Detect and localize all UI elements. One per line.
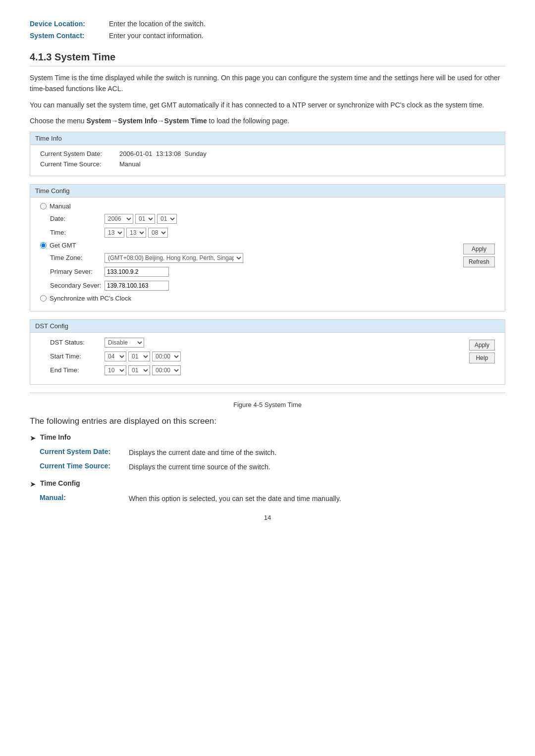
date-row: Date: 200620072008 01020304 05060708 091… <box>40 214 495 224</box>
end-mo-select[interactable]: 10010611 <box>105 365 126 375</box>
current-source-row: Current Time Source: Manual <box>40 160 495 168</box>
divider <box>30 393 505 393</box>
menu-bold: System→System Info→System Time <box>86 117 207 125</box>
gmt-button-col: Apply Refresh <box>463 242 495 267</box>
current-date-value: 2006-01-01 <box>119 150 153 157</box>
time-row: Time: 13000112 130030 080030 <box>40 228 495 238</box>
gmt-fields: Get GMT Time Zone: (GMT+08:00) Beijing, … <box>40 242 458 306</box>
time-info-box: Time Info Current System Date: 2006-01-0… <box>30 132 505 176</box>
manual-detail: Manual: When this option is selected, yo… <box>40 494 505 504</box>
dst-apply-button[interactable]: Apply <box>469 340 495 351</box>
current-source-value: Manual <box>119 160 141 168</box>
apply-button[interactable]: Apply <box>463 244 495 254</box>
secondary-sever-input[interactable] <box>105 281 169 291</box>
manual-radio-row: Manual <box>40 202 495 210</box>
end-time-row: End Time: 10010611 010215 00:0001:0012:0… <box>40 365 464 375</box>
dst-fields: DST Status: Disable Enable Start Time: 0… <box>40 338 464 379</box>
sync-radio[interactable] <box>40 295 47 302</box>
current-system-date-detail-label: Current System Date: <box>40 448 129 458</box>
start-mo-select[interactable]: 04010610 <box>105 352 126 361</box>
current-date-row: Current System Date: 2006-01-01 13:13:08… <box>40 150 495 157</box>
time-config-entry-title: Time Config <box>40 479 80 487</box>
time-config-body: Manual Date: 200620072008 01020304 05060… <box>30 198 505 311</box>
current-day-value: Sunday <box>185 150 207 157</box>
date-label: Date: <box>40 215 105 222</box>
date-year-select[interactable]: 200620072008 <box>105 214 133 224</box>
body-para-1: System Time is the time displayed while … <box>30 72 505 95</box>
arrow-icon: ➤ <box>30 434 36 443</box>
end-time-controls: 10010611 010215 00:0001:0012:00 <box>105 365 181 375</box>
refresh-button[interactable]: Refresh <box>463 256 495 267</box>
get-gmt-radio[interactable] <box>40 242 47 249</box>
time-label: Time: <box>40 229 105 236</box>
system-contact-value: Enter your contact information. <box>109 32 204 40</box>
dst-status-select[interactable]: Disable Enable <box>105 338 144 348</box>
get-gmt-radio-row: Get GMT <box>40 242 458 249</box>
current-source-label: Current Time Source: <box>40 160 119 168</box>
current-time-source-detail-label: Current Time Source: <box>40 462 129 472</box>
body-para-2: You can manually set the system time, ge… <box>30 100 505 110</box>
dst-config-header: DST Config <box>30 320 505 333</box>
current-system-date-detail: Current System Date: Displays the curren… <box>40 448 505 458</box>
time-info-body: Current System Date: 2006-01-01 13:13:08… <box>30 145 505 176</box>
time-config-header: Time Config <box>30 185 505 198</box>
time-info-entry-title: Time Info <box>40 433 71 441</box>
primary-sever-row: Primary Sever: <box>40 267 458 277</box>
device-location-value: Enter the location of the switch. <box>109 20 206 28</box>
primary-sever-label: Primary Sever: <box>40 268 105 275</box>
time-hour-select[interactable]: 13000112 <box>105 228 124 238</box>
device-location-label: Device Location: <box>30 20 109 28</box>
date-controls: 200620072008 01020304 05060708 09101112 … <box>105 214 177 224</box>
current-date-label: Current System Date: <box>40 150 119 157</box>
secondary-sever-label: Secondary Sever: <box>40 282 105 289</box>
end-time-select[interactable]: 00:0001:0012:00 <box>152 365 181 375</box>
start-day-select[interactable]: 010215 <box>128 352 150 361</box>
system-contact-row: System Contact: Enter your contact infor… <box>30 32 505 40</box>
date-month-select[interactable]: 01020304 05060708 09101112 <box>135 214 155 224</box>
dst-status-row: DST Status: Disable Enable <box>40 338 464 348</box>
timezone-label: Time Zone: <box>40 254 105 261</box>
time-sec-select[interactable]: 080030 <box>148 228 168 238</box>
timezone-select[interactable]: (GMT+08:00) Beijing, Hong Kong, Perth, S… <box>105 253 243 263</box>
current-time-source-detail: Current Time Source: Displays the curren… <box>40 462 505 472</box>
time-controls: 13000112 130030 080030 <box>105 228 168 238</box>
help-button[interactable]: Help <box>469 353 495 363</box>
arrow-icon-2: ➤ <box>30 480 36 489</box>
dst-status-label: DST Status: <box>40 339 105 346</box>
primary-sever-input[interactable] <box>105 267 169 277</box>
figure-caption: Figure 4-5 System Time <box>30 401 505 408</box>
time-config-entry: ➤ Time Config Manual: When this option i… <box>30 479 505 504</box>
start-time-row: Start Time: 04010610 010215 00:0001:0012… <box>40 352 464 361</box>
manual-detail-label: Manual: <box>40 494 129 504</box>
start-time-controls: 04010610 010215 00:0001:0012:00 <box>105 352 181 361</box>
secondary-sever-row: Secondary Sever: <box>40 281 458 291</box>
manual-label: Manual <box>50 202 71 210</box>
current-system-date-detail-value: Displays the current date and time of th… <box>129 448 505 458</box>
timezone-row: Time Zone: (GMT+08:00) Beijing, Hong Kon… <box>40 253 458 263</box>
end-time-label: End Time: <box>40 366 105 374</box>
time-info-entry: ➤ Time Info Current System Date: Display… <box>30 433 505 472</box>
get-gmt-label: Get GMT <box>50 242 76 249</box>
sync-radio-row: Synchronize with PC's Clock <box>40 295 458 302</box>
section-heading: 4.1.3 System Time <box>30 51 505 66</box>
manual-radio[interactable] <box>40 203 47 209</box>
dst-config-box: DST Config DST Status: Disable Enable St… <box>30 319 505 385</box>
time-min-select[interactable]: 130030 <box>126 228 146 238</box>
dst-with-btns: DST Status: Disable Enable Start Time: 0… <box>40 338 495 379</box>
time-info-header: Time Info <box>30 132 505 145</box>
menu-instruction: Choose the menu System→System Info→Syste… <box>30 115 505 126</box>
start-time-select[interactable]: 00:0001:0012:00 <box>152 352 181 361</box>
page-number: 14 <box>30 514 505 521</box>
dst-button-col: Apply Help <box>469 338 495 363</box>
manual-detail-value: When this option is selected, you can se… <box>129 494 505 504</box>
sync-label: Synchronize with PC's Clock <box>50 295 131 302</box>
end-day-select[interactable]: 010215 <box>128 365 150 375</box>
date-day-select[interactable]: 01021528 <box>157 214 177 224</box>
top-info-table: Device Location: Enter the location of t… <box>30 20 505 40</box>
time-info-entry-header: ➤ Time Info <box>30 433 505 443</box>
device-location-row: Device Location: Enter the location of t… <box>30 20 505 28</box>
time-info-details: Current System Date: Displays the curren… <box>40 448 505 472</box>
dst-config-body: DST Status: Disable Enable Start Time: 0… <box>30 333 505 384</box>
time-config-entry-header: ➤ Time Config <box>30 479 505 489</box>
entries-heading: The following entries are displayed on t… <box>30 416 505 426</box>
